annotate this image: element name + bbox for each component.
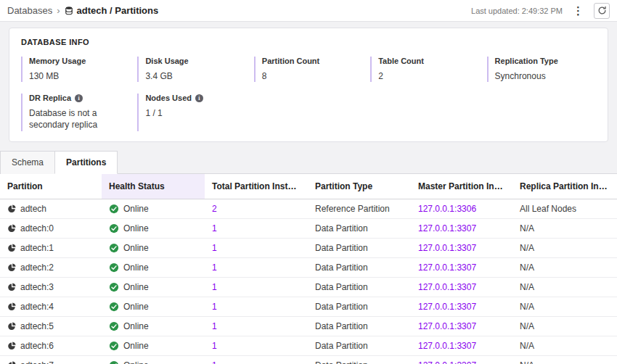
master-instance-link[interactable]: 127.0.0.1:3306 [418,204,476,214]
stat-label-text: Nodes Used [145,94,192,102]
replica-instance-cell: N/A [512,336,617,355]
partition-pie-icon [7,224,16,233]
master-instance-link[interactable]: 127.0.0.1:3307 [418,282,476,292]
partition-name: adtech:0 [20,223,54,233]
partition-pie-icon [7,283,16,291]
table-header-row: PartitionHealth StatusTotal Partition In… [0,174,617,199]
total-instances-link[interactable]: 1 [212,262,217,273]
breadcrumb: adtech / Partitions [65,5,159,16]
partition-cell: adtech:1 [0,238,102,257]
tab-schema[interactable]: Schema [0,151,54,174]
online-check-icon [109,282,119,292]
partition-name: adtech:7 [20,360,54,364]
table-body: adtech Online2Reference Partition127.0.0… [0,199,617,364]
total-instances-cell: 2 [205,199,308,218]
total-instances-cell: 1 [205,277,308,297]
master-instance-link[interactable]: 127.0.0.1:3307 [418,302,476,312]
master-instance-cell: 127.0.0.1:3307 [411,297,512,316]
partitions-table: PartitionHealth StatusTotal Partition In… [0,174,617,364]
online-check-icon [109,223,119,233]
online-check-icon [109,360,119,364]
total-instances-link[interactable]: 2 [212,204,217,214]
stat-block: Disk Usage 3.4 GB [137,57,246,82]
health-status-cell: Online [102,316,205,336]
table-row: adtech:5 Online1Data Partition127.0.0.1:… [0,316,617,336]
total-instances-link[interactable]: 1 [212,223,217,233]
info-stats-grid: Memory Usage 130 MB Disk Usage 3.4 GB Pa… [21,57,596,131]
stat-block: DR Replica i Database is not a secondary… [21,94,130,131]
partitions-table-panel: PartitionHealth StatusTotal Partition In… [0,174,617,364]
stat-label-text: Partition Count [262,57,319,65]
partition-cell: adtech:6 [0,336,102,355]
master-instance-link[interactable]: 127.0.0.1:3307 [418,243,476,253]
info-icon[interactable]: i [75,94,83,102]
partition-cell: adtech:5 [0,316,102,336]
column-header[interactable]: Partition Type [308,174,411,199]
partition-pie-icon [7,263,16,272]
online-check-icon [109,243,119,253]
replica-instance-cell: N/A [512,277,617,297]
online-check-icon [109,262,119,273]
master-instance-cell: 127.0.0.1:3307 [411,316,512,336]
partition-type-cell: Data Partition [308,238,411,257]
partition-type-cell: Data Partition [308,355,411,364]
partition-cell: adtech:0 [0,218,102,238]
last-updated-text: Last updated: 2:49:32 PM [471,7,563,15]
health-status-text: Online [123,204,149,214]
master-instance-link[interactable]: 127.0.0.1:3307 [418,321,476,331]
column-header[interactable]: Partition [0,174,102,199]
stat-label-text: Replication Type [495,57,558,65]
column-header[interactable]: Total Partition Instances [205,174,308,199]
master-instance-link[interactable]: 127.0.0.1:3307 [418,360,476,364]
table-row: adtech:6 Online1Data Partition127.0.0.1:… [0,336,617,355]
column-header[interactable]: Master Partition Instance ... [411,174,512,199]
page-title: adtech / Partitions [77,5,159,16]
partition-name: adtech:4 [20,302,54,312]
stat-label-text: Memory Usage [29,57,86,65]
master-instance-cell: 127.0.0.1:3307 [411,218,512,238]
master-instance-link[interactable]: 127.0.0.1:3307 [418,262,476,273]
replica-instance-cell: N/A [512,238,617,257]
tab-partitions[interactable]: Partitions [54,151,118,174]
breadcrumb-databases-link[interactable]: Databases [7,5,52,16]
partition-pie-icon [7,302,16,311]
stat-label: Disk Usage [145,57,246,65]
partition-cell: adtech [0,199,102,218]
total-instances-link[interactable]: 1 [212,302,217,312]
column-header[interactable]: Health Status [102,174,205,199]
database-icon [65,6,73,15]
partition-type-cell: Data Partition [308,316,411,336]
stat-block: Partition Count 8 [254,57,363,82]
refresh-icon [597,6,607,15]
replica-instance-cell: N/A [512,297,617,316]
total-instances-link[interactable]: 1 [212,321,217,331]
stat-value: Synchronous [495,70,589,82]
master-instance-cell: 127.0.0.1:3306 [411,199,512,218]
total-instances-cell: 1 [205,238,308,257]
kebab-menu-icon[interactable]: ⋮ [570,4,587,17]
health-status-cell: Online [102,277,205,297]
master-instance-link[interactable]: 127.0.0.1:3307 [418,341,476,351]
partition-pie-icon [7,342,16,350]
info-icon[interactable]: i [195,94,203,102]
total-instances-link[interactable]: 1 [212,360,217,364]
stat-value: 2 [378,70,473,82]
column-header[interactable]: Replica Partition Instance ... [512,174,617,199]
total-instances-link[interactable]: 1 [212,243,217,253]
table-row: adtech Online2Reference Partition127.0.0… [0,199,617,218]
partition-pie-icon [7,244,16,252]
online-check-icon [109,302,119,312]
stat-label: DR Replica i [29,94,130,102]
stat-block: Nodes Used i 1 / 1 [137,94,246,131]
stat-label: Nodes Used i [145,94,246,102]
partition-cell: adtech:4 [0,297,102,316]
total-instances-link[interactable]: 1 [212,341,217,351]
refresh-button[interactable] [594,3,610,19]
total-instances-link[interactable]: 1 [212,282,217,292]
health-status-text: Online [123,223,149,233]
master-instance-cell: 127.0.0.1:3307 [411,355,512,364]
health-status-cell: Online [102,218,205,238]
master-instance-link[interactable]: 127.0.0.1:3307 [418,223,476,233]
master-instance-cell: 127.0.0.1:3307 [411,238,512,257]
partition-type-cell: Reference Partition [308,199,411,218]
